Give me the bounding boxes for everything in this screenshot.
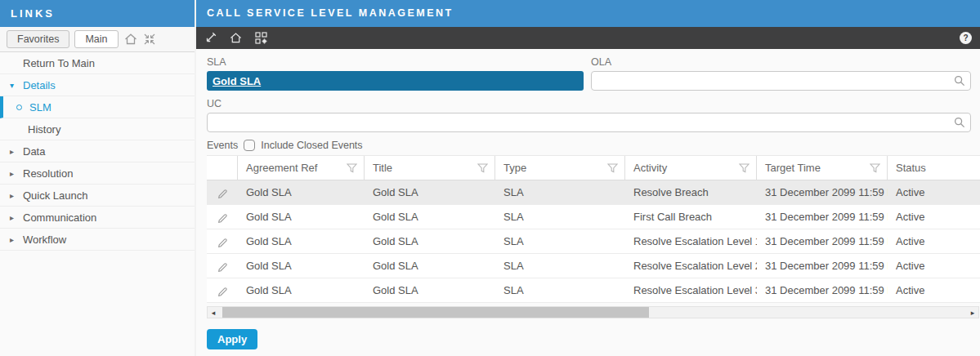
scrollbar-thumb[interactable] [222,307,649,318]
filter-funnel-icon[interactable] [477,163,488,173]
column-header-label: Target Time [765,162,821,174]
sidebar-item-label: Resolution [23,167,73,180]
table-row[interactable]: Gold SLAGold SLASLAResolve Escalation Le… [207,229,980,254]
sidebar-item-label: Details [23,79,56,91]
table-cell: Gold SLA [238,260,365,272]
sidebar-item-label: SLM [29,101,51,113]
sidebar-item-resolution[interactable]: ▸Resolution [0,162,195,185]
table-row[interactable]: Gold SLAGold SLASLAResolve Escalation Le… [207,278,980,303]
search-icon[interactable] [954,75,965,90]
table-cell: Gold SLA [365,186,495,198]
horizontal-scrollbar[interactable]: ◂ ▸ [207,306,979,318]
sidebar-item-communication[interactable]: ▸Communication [0,207,195,229]
widgets-settings-icon[interactable] [255,32,267,44]
column-header-agreement-ref[interactable]: Agreement Ref [238,156,365,180]
table-cell: SLA [495,284,625,296]
uc-label: UC [207,98,971,109]
main-panel: CALL SERVICE LEVEL MANAGEMENT [196,0,980,356]
sidebar-item-workflow[interactable]: ▸Workflow [0,229,195,251]
sidebar: LINKS Favorites Main Return To Main▾Deta… [0,0,196,356]
table-cell: Resolve Escalation Level 1 [625,235,757,247]
table-cell: Active [888,260,980,272]
table-cell: 31 December 2099 11:59 PM [757,186,888,198]
sidebar-item-data[interactable]: ▸Data [0,140,195,162]
sidebar-item-details[interactable]: ▾Details [0,74,195,96]
tab-main[interactable]: Main [74,30,118,48]
table-cell: 31 December 2099 11:59 PM [757,235,888,247]
edit-pencil-icon[interactable] [217,285,228,296]
filter-funnel-icon[interactable] [739,163,750,173]
chevron-right-icon: ▸ [10,235,23,244]
ola-input[interactable] [591,71,971,91]
table-cell: Gold SLA [238,186,365,198]
table-cell: Active [888,284,980,296]
edit-pencil-icon[interactable] [217,260,228,272]
scroll-right-arrow[interactable]: ▸ [967,307,978,318]
sidebar-item-history[interactable]: History [0,118,195,140]
column-header-activity[interactable]: Activity [625,156,757,180]
chevron-down-icon: ▾ [10,81,23,90]
edit-column-header [207,156,238,180]
chevron-right-icon: ▸ [10,213,23,222]
table-cell: First Call Breach [625,211,757,223]
sidebar-item-label: Quick Launch [23,189,88,202]
sidebar-item-label: Data [23,145,45,158]
app: LINKS Favorites Main Return To Main▾Deta… [0,0,980,356]
table-cell: 31 December 2099 11:59 PM [757,260,888,272]
table-cell: Gold SLA [238,235,365,247]
uc-input[interactable] [207,113,971,132]
filter-funnel-icon[interactable] [607,163,618,173]
sla-value-link[interactable]: Gold SLA [213,75,261,87]
table-cell: Gold SLA [365,260,495,272]
table-cell: Active [888,186,980,198]
circle-bullet-icon [16,103,29,112]
home-icon[interactable] [229,32,243,44]
search-icon[interactable] [954,117,965,131]
events-label: Events [207,140,238,151]
include-closed-label: Include Closed Events [261,140,362,151]
table-row[interactable]: Gold SLAGold SLASLAResolve Escalation Le… [207,254,980,278]
sla-label: SLA [207,56,584,68]
sidebar-item-quick-launch[interactable]: ▸Quick Launch [0,185,195,207]
filter-funnel-icon[interactable] [347,163,357,173]
scroll-left-arrow[interactable]: ◂ [208,307,219,318]
table-cell: SLA [495,186,625,198]
edit-pencil-icon[interactable] [217,211,228,223]
edit-pencil-icon[interactable] [217,187,228,198]
tab-favorites[interactable]: Favorites [7,30,69,48]
column-header-label: Status [896,162,926,174]
column-header-type[interactable]: Type [495,156,625,180]
sla-field[interactable]: Gold SLA [207,71,584,91]
table-cell: SLA [495,211,625,223]
table-cell: Active [888,211,980,223]
table-row[interactable]: Gold SLAGold SLASLAFirst Call Breach31 D… [207,205,980,229]
column-header-title[interactable]: Title [365,156,495,180]
pin-icon[interactable] [204,32,217,44]
page-title: CALL SERVICE LEVEL MANAGEMENT [196,0,980,27]
sidebar-item-return-to-main[interactable]: Return To Main [0,52,195,74]
toolbar: ? [196,27,980,49]
column-header-target-time[interactable]: Target Time [757,156,888,180]
home-icon[interactable] [123,33,138,46]
chevron-right-icon: ▸ [10,191,23,200]
sidebar-tree: Return To Main▾DetailsSLMHistory▸Data▸Re… [0,52,195,251]
table-row[interactable]: Gold SLAGold SLASLAResolve Breach31 Dece… [207,180,980,205]
uc-row: UC [207,98,980,132]
collapse-icon[interactable] [143,33,156,46]
sidebar-tabs: Favorites Main [0,27,195,52]
filter-funnel-icon[interactable] [870,163,880,173]
table-cell: Gold SLA [365,284,495,296]
column-header-label: Type [503,162,526,174]
sidebar-item-slm[interactable]: SLM [0,96,195,118]
edit-pencil-icon[interactable] [217,236,228,247]
include-closed-checkbox[interactable] [244,140,255,151]
column-header-status[interactable]: Status [888,156,980,180]
sidebar-item-label: Return To Main [23,57,95,69]
column-header-label: Title [373,162,392,174]
chevron-right-icon: ▸ [10,147,23,156]
help-icon[interactable]: ? [960,32,972,44]
apply-button[interactable]: Apply [207,329,257,349]
table-header-row: Agreement RefTitleTypeActivityTarget Tim… [207,156,980,180]
sidebar-title: LINKS [0,0,195,27]
content-area: SLA Gold SLA OLA [196,49,980,356]
